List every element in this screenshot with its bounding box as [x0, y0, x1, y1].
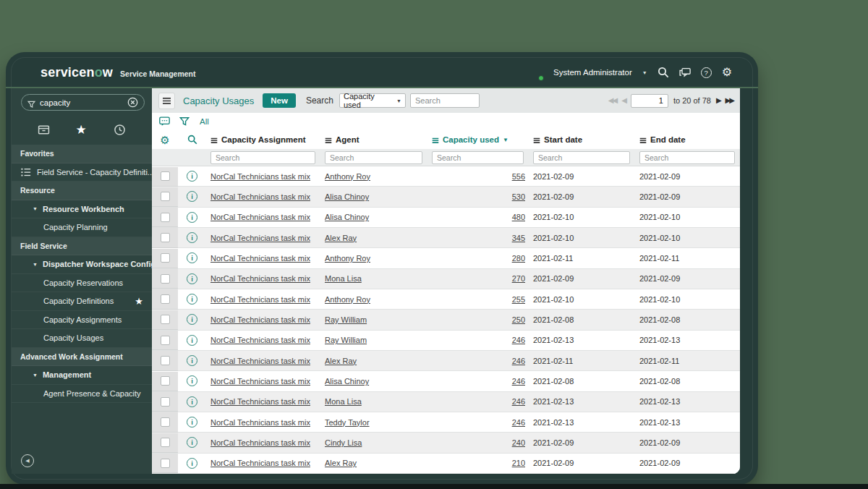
filter-funnel-icon[interactable]	[179, 116, 190, 127]
collapse-sidebar-button[interactable]: ◀	[21, 454, 34, 467]
column-header-end-date[interactable]: End date	[635, 135, 740, 144]
last-page-button[interactable]: ▶▶	[726, 97, 733, 104]
info-icon[interactable]: i	[187, 191, 197, 202]
capacity-assignment-link[interactable]: NorCal Technicians task mix	[210, 254, 310, 263]
capacity-used-link[interactable]: 246	[512, 397, 525, 406]
search-end-date-input[interactable]	[639, 151, 735, 164]
capacity-used-link[interactable]: 246	[512, 418, 525, 427]
info-icon[interactable]: i	[187, 232, 197, 243]
row-checkbox[interactable]	[161, 356, 170, 365]
sidebar-group-resource-workbench[interactable]: ▼Resource Workbench	[12, 200, 152, 219]
user-menu[interactable]: System Administrator	[553, 68, 632, 77]
new-button[interactable]: New	[263, 93, 296, 108]
breadcrumb[interactable]: All	[200, 117, 209, 126]
agent-link[interactable]: Alex Ray	[325, 459, 357, 467]
search-capacity-used-input[interactable]	[432, 151, 524, 164]
agent-link[interactable]: Mona Lisa	[325, 397, 362, 406]
info-icon[interactable]: i	[187, 252, 197, 263]
info-icon[interactable]: i	[187, 458, 197, 469]
agent-link[interactable]: Alisa Chinoy	[325, 377, 369, 386]
capacity-assignment-link[interactable]: NorCal Technicians task mix	[210, 315, 310, 324]
capacity-assignment-link[interactable]: NorCal Technicians task mix	[210, 438, 310, 447]
row-checkbox[interactable]	[161, 233, 170, 242]
capacity-used-link[interactable]: 280	[512, 254, 525, 263]
search-start-date-input[interactable]	[533, 151, 630, 164]
column-header-start-date[interactable]: Start date	[529, 135, 635, 144]
capacity-assignment-link[interactable]: NorCal Technicians task mix	[210, 295, 310, 304]
agent-link[interactable]: Cindy Lisa	[325, 438, 362, 447]
chat-icon[interactable]	[679, 67, 691, 78]
capacity-used-link[interactable]: 210	[512, 459, 525, 467]
search-icon[interactable]	[658, 67, 669, 78]
column-menu-icon[interactable]	[325, 137, 332, 143]
agent-link[interactable]: Alisa Chinoy	[325, 213, 369, 221]
info-icon[interactable]: i	[187, 396, 197, 407]
sidebar-item-capacity-usages[interactable]: Capacity Usages	[12, 329, 152, 348]
capacity-assignment-link[interactable]: NorCal Technicians task mix	[210, 274, 310, 283]
info-icon[interactable]: i	[187, 171, 197, 182]
capacity-used-link[interactable]: 246	[512, 357, 525, 365]
navigator-filter-input[interactable]	[40, 98, 119, 107]
help-icon[interactable]: ?	[701, 67, 712, 78]
agent-link[interactable]: Ray William	[325, 336, 367, 344]
row-checkbox[interactable]	[161, 253, 170, 263]
capacity-used-link[interactable]: 556	[512, 172, 525, 181]
info-icon[interactable]: i	[187, 417, 197, 428]
list-personalize-gear-icon[interactable]: ⚙	[160, 135, 169, 145]
row-checkbox[interactable]	[161, 192, 170, 201]
capacity-assignment-link[interactable]: NorCal Technicians task mix	[210, 418, 310, 427]
capacity-used-link[interactable]: 240	[512, 438, 525, 447]
list-menu-button[interactable]	[158, 93, 175, 109]
next-page-button[interactable]: ▶	[716, 97, 720, 104]
sidebar-item-capacity-planning[interactable]: Capacity Planning	[12, 218, 152, 237]
capacity-assignment-link[interactable]: NorCal Technicians task mix	[210, 192, 310, 201]
capacity-assignment-link[interactable]: NorCal Technicians task mix	[210, 397, 310, 406]
search-agent-input[interactable]	[325, 151, 422, 164]
info-icon[interactable]: i	[187, 294, 197, 305]
column-menu-icon[interactable]	[533, 137, 540, 143]
row-checkbox[interactable]	[161, 274, 170, 284]
sidebar-item-agent-presence-capacity[interactable]: Agent Presence & Capacity	[12, 385, 152, 404]
row-checkbox[interactable]	[161, 294, 170, 304]
sidebar-item-capacity-assignments[interactable]: Capacity Assignments	[12, 311, 152, 330]
info-icon[interactable]: i	[187, 314, 197, 325]
capacity-assignment-link[interactable]: NorCal Technicians task mix	[210, 357, 310, 365]
row-checkbox[interactable]	[161, 315, 170, 324]
gear-icon[interactable]: ⚙	[722, 67, 732, 78]
list-title[interactable]: Capacity Usages	[183, 95, 254, 106]
info-icon[interactable]: i	[187, 437, 197, 448]
capacity-used-link[interactable]: 345	[512, 234, 525, 242]
clear-filter-icon[interactable]	[127, 97, 138, 108]
capacity-used-link[interactable]: 246	[512, 377, 525, 386]
agent-link[interactable]: Ray William	[325, 315, 367, 324]
info-icon[interactable]: i	[187, 273, 197, 284]
capacity-assignment-link[interactable]: NorCal Technicians task mix	[210, 213, 310, 221]
first-page-button[interactable]: ◀◀	[608, 97, 616, 104]
navigator-filter[interactable]	[21, 94, 145, 111]
agent-link[interactable]: Alex Ray	[325, 234, 357, 242]
capacity-assignment-link[interactable]: NorCal Technicians task mix	[210, 234, 310, 242]
agent-link[interactable]: Mona Lisa	[325, 274, 362, 283]
favorite-star-icon[interactable]: ★	[135, 296, 143, 307]
favorites-star-icon[interactable]: ★	[75, 124, 88, 136]
capacity-used-link[interactable]: 250	[512, 315, 525, 324]
capacity-used-link[interactable]: 530	[512, 192, 525, 201]
row-checkbox[interactable]	[161, 459, 170, 468]
info-icon[interactable]: i	[187, 212, 197, 223]
sidebar-item-capacity-reservations[interactable]: Capacity Reservations	[12, 274, 152, 293]
row-checkbox[interactable]	[161, 438, 170, 447]
row-checkbox[interactable]	[161, 336, 170, 345]
user-avatar[interactable]	[527, 64, 543, 80]
agent-link[interactable]: Teddy Taylor	[325, 418, 370, 427]
capacity-used-link[interactable]: 270	[512, 274, 525, 283]
capacity-assignment-link[interactable]: NorCal Technicians task mix	[210, 377, 310, 386]
capacity-used-link[interactable]: 246	[512, 336, 525, 344]
info-icon[interactable]: i	[187, 375, 197, 386]
sidebar-group-dispatcher-workspace-configuration[interactable]: ▼Dispatcher Workspace Configuration	[12, 255, 152, 274]
info-icon[interactable]: i	[187, 355, 197, 366]
row-checkbox[interactable]	[161, 417, 170, 427]
column-menu-icon[interactable]	[639, 137, 647, 143]
capacity-assignment-link[interactable]: NorCal Technicians task mix	[210, 336, 310, 344]
capacity-assignment-link[interactable]: NorCal Technicians task mix	[210, 172, 310, 181]
row-checkbox[interactable]	[161, 397, 170, 407]
